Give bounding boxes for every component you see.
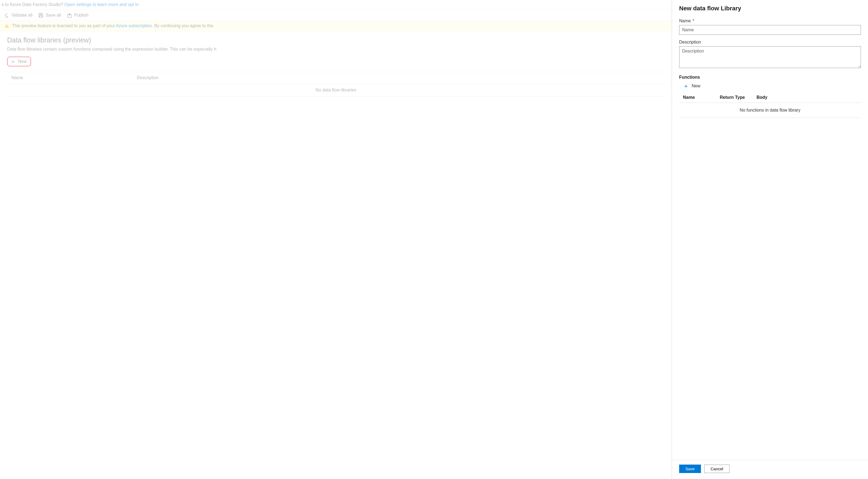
warning-icon	[4, 24, 9, 28]
func-col-name[interactable]: Name	[683, 95, 720, 100]
opt-in-link[interactable]: Open settings to learn more and opt in	[64, 2, 138, 7]
svg-rect-5	[6, 25, 7, 27]
required-asterisk: *	[691, 19, 694, 23]
opt-in-banner: s to Azure Data Factory Studio? Open set…	[0, 0, 672, 10]
functions-table-header: Name Return Type Body	[679, 92, 861, 103]
page-description: Data flow libraries contain custom funct…	[7, 47, 665, 52]
save-all-button[interactable]: Save all	[38, 13, 61, 18]
validate-all-label: Validate all	[11, 13, 32, 18]
publish-button[interactable]: Publish	[67, 13, 88, 18]
validate-all-button[interactable]: Validate all	[4, 13, 32, 18]
plus-icon: ＋	[683, 83, 689, 89]
publish-icon	[67, 13, 72, 18]
azure-subscription-link[interactable]: Azure subscription.	[116, 24, 153, 28]
new-function-label: New	[692, 83, 701, 89]
description-input[interactable]	[679, 46, 861, 68]
banner-text: s to Azure Data Factory Studio?	[2, 2, 64, 7]
publish-label: Publish	[74, 13, 88, 18]
new-library-panel: New data flow Library Name * Description…	[672, 0, 868, 479]
libraries-table-header: Name Description	[7, 72, 665, 84]
name-label: Name *	[679, 19, 861, 24]
new-library-button[interactable]: ＋ New	[7, 57, 31, 66]
func-col-return[interactable]: Return Type	[720, 95, 756, 100]
svg-rect-6	[6, 27, 7, 27]
toolbar: Validate all Save all Publish	[0, 10, 672, 21]
libraries-table: Name Description No data flow libraries	[7, 72, 665, 97]
description-label: Description	[679, 40, 861, 45]
col-header-name[interactable]: Name	[11, 75, 137, 80]
info-text: This preview feature is licensed to you …	[12, 24, 213, 28]
preview-info-bar: This preview feature is licensed to you …	[0, 21, 672, 31]
libraries-empty-row: No data flow libraries	[7, 84, 665, 97]
func-col-body[interactable]: Body	[756, 95, 857, 100]
cancel-button[interactable]: Cancel	[704, 465, 730, 473]
new-function-button[interactable]: ＋ New	[679, 82, 702, 90]
save-all-label: Save all	[45, 13, 61, 18]
col-header-description[interactable]: Description	[137, 75, 660, 80]
functions-empty-row: No functions in data flow library	[679, 103, 861, 118]
panel-footer: Save Cancel	[672, 460, 868, 479]
functions-label: Functions	[679, 75, 861, 80]
functions-table: Name Return Type Body No functions in da…	[679, 92, 861, 118]
name-input[interactable]	[679, 25, 861, 35]
save-button[interactable]: Save	[679, 465, 701, 473]
svg-rect-2	[40, 13, 42, 15]
save-icon	[38, 13, 43, 18]
panel-title: New data flow Library	[679, 5, 861, 12]
plus-icon: ＋	[10, 59, 16, 64]
page-title: Data flow libraries (preview)	[7, 36, 665, 44]
new-button-label: New	[18, 59, 27, 64]
svg-rect-3	[40, 15, 42, 17]
checkmark-list-icon	[4, 13, 9, 18]
